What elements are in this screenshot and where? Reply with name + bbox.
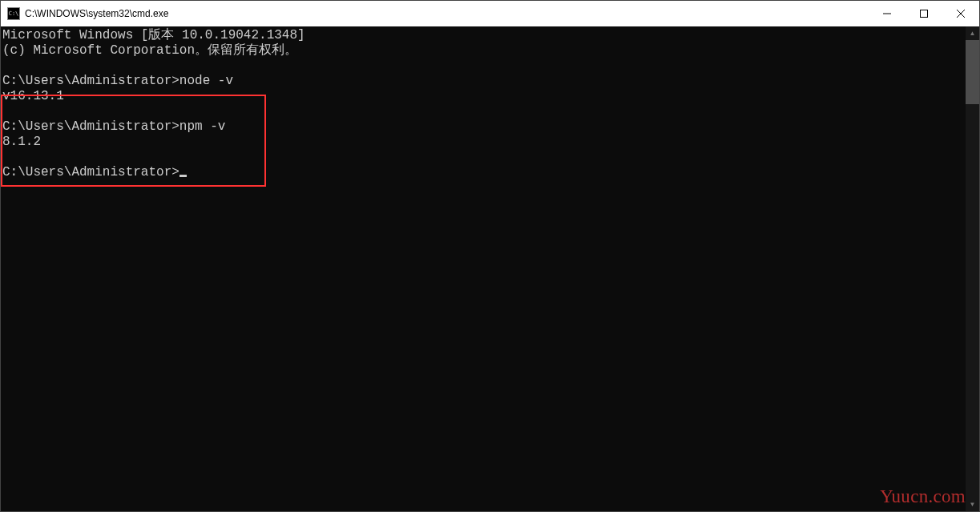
- header-line-2: (c) Microsoft Corporation。保留所有权利。: [2, 43, 297, 58]
- window-title: C:\WINDOWS\system32\cmd.exe: [25, 8, 869, 19]
- maximize-icon: [920, 10, 928, 18]
- command-1: node -v: [179, 74, 233, 88]
- cursor: [179, 175, 187, 177]
- prompt-2: C:\Users\Administrator>: [2, 119, 179, 134]
- close-icon: [957, 10, 965, 18]
- svg-rect-1: [921, 10, 928, 18]
- cmd-icon: [7, 7, 20, 20]
- terminal-output[interactable]: Microsoft Windows [版本 10.0.19042.1348] (…: [1, 26, 966, 511]
- prompt-1: C:\Users\Administrator>: [2, 74, 179, 88]
- titlebar[interactable]: C:\WINDOWS\system32\cmd.exe: [1, 1, 979, 26]
- cmd-window: C:\WINDOWS\system32\cmd.exe Microsoft Wi…: [0, 0, 980, 512]
- minimize-icon: [883, 10, 891, 18]
- command-2: npm -v: [179, 119, 226, 134]
- scrollbar-thumb[interactable]: [966, 40, 979, 104]
- scroll-down-icon[interactable]: ▼: [966, 498, 979, 511]
- window-controls: [869, 1, 979, 26]
- output-1: v16.13.1: [2, 89, 64, 103]
- close-button[interactable]: [942, 1, 979, 26]
- maximize-button[interactable]: [905, 1, 942, 26]
- prompt-3: C:\Users\Administrator>: [2, 165, 179, 179]
- header-line-1: Microsoft Windows [版本 10.0.19042.1348]: [2, 28, 305, 42]
- scroll-up-icon[interactable]: ▲: [966, 26, 979, 40]
- output-2: 8.1.2: [2, 135, 41, 149]
- minimize-button[interactable]: [869, 1, 905, 26]
- terminal-area: Microsoft Windows [版本 10.0.19042.1348] (…: [1, 26, 979, 511]
- vertical-scrollbar[interactable]: ▲ ▼: [966, 26, 979, 511]
